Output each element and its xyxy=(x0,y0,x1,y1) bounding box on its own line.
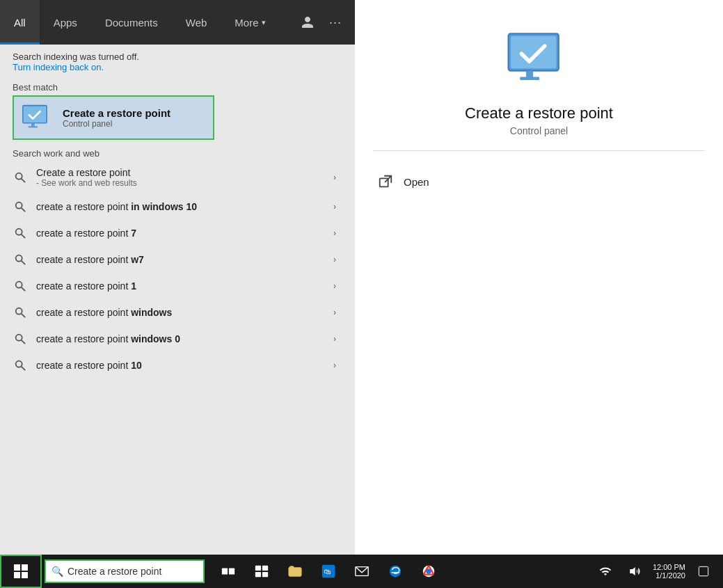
chevron-right-icon: › xyxy=(327,358,342,373)
tab-more[interactable]: More ▾ xyxy=(221,0,279,45)
svg-point-5 xyxy=(16,173,22,180)
svg-line-12 xyxy=(22,261,25,264)
svg-line-10 xyxy=(22,235,25,238)
tab-apps[interactable]: Apps xyxy=(40,0,91,45)
taskbar-search-input[interactable]: Create a restore point xyxy=(67,566,198,577)
more-options-button[interactable]: ··· xyxy=(323,10,348,35)
svg-line-8 xyxy=(22,208,25,212)
svg-marker-44 xyxy=(630,567,635,575)
search-icon xyxy=(13,170,28,185)
tab-all[interactable]: All xyxy=(0,0,40,45)
watermark: wsxdn.com xyxy=(678,543,716,552)
search-result-item[interactable]: create a restore point windows 0 › xyxy=(13,326,342,352)
tabs-right-buttons: ··· xyxy=(295,10,355,35)
chevron-right-icon: › xyxy=(327,252,342,267)
search-result-item[interactable]: create a restore point w7 › xyxy=(13,246,342,273)
best-match-section: Best match Create a restore point Contro… xyxy=(0,78,355,143)
chevron-down-icon: ▾ xyxy=(262,18,266,27)
search-result-item[interactable]: create a restore point 7 › xyxy=(13,220,342,246)
best-match-title: Create a restore point xyxy=(63,107,170,119)
svg-rect-45 xyxy=(699,566,708,575)
detail-title: Create a restore point xyxy=(355,104,723,122)
right-detail-panel: Create a restore point Control panel Ope… xyxy=(355,0,723,555)
open-label: Open xyxy=(404,176,429,188)
search-result-item[interactable]: create a restore point in windows 10 › xyxy=(13,193,342,220)
search-result-list: Create a restore point - See work and we… xyxy=(13,161,342,379)
search-result-item[interactable]: create a restore point 1 › xyxy=(13,273,342,299)
tab-documents[interactable]: Documents xyxy=(91,0,172,45)
taskbar-search-bar[interactable]: 🔍 Create a restore point xyxy=(45,559,205,583)
svg-rect-27 xyxy=(14,564,20,571)
detail-icon-area xyxy=(355,0,723,104)
turn-indexing-on-link[interactable]: Turn indexing back on. xyxy=(13,62,104,72)
svg-point-9 xyxy=(16,229,22,235)
tab-web[interactable]: Web xyxy=(172,0,221,45)
svg-rect-22 xyxy=(510,36,556,69)
divider xyxy=(373,150,704,151)
chevron-right-icon: › xyxy=(327,199,342,214)
svg-rect-35 xyxy=(255,572,261,577)
chevron-right-icon: › xyxy=(327,225,342,241)
svg-point-19 xyxy=(16,361,22,367)
search-icon xyxy=(13,305,28,320)
network-icon[interactable] xyxy=(591,555,619,588)
chrome-browser-button[interactable] xyxy=(413,555,444,588)
svg-rect-33 xyxy=(255,566,261,571)
chevron-right-icon: › xyxy=(327,278,342,294)
search-result-item[interactable]: create a restore point 10 › xyxy=(13,352,342,379)
svg-rect-34 xyxy=(262,566,268,571)
search-web-section: Search work and web Create a restore poi… xyxy=(0,143,355,381)
system-clock[interactable]: 12:00 PM 1/1/2020 xyxy=(650,563,688,580)
svg-rect-29 xyxy=(14,572,20,578)
indexing-notice: Search indexing was turned off. Turn ind… xyxy=(0,45,355,78)
edge-browser-button[interactable] xyxy=(380,555,411,588)
open-action[interactable]: Open xyxy=(355,165,723,198)
chevron-right-icon: › xyxy=(327,170,342,185)
svg-text:🛍: 🛍 xyxy=(324,568,331,575)
file-explorer-button[interactable] xyxy=(280,555,310,588)
search-result-item[interactable]: create a restore point windows › xyxy=(13,299,342,326)
search-left-panel: All Apps Documents Web More ▾ ··· xyxy=(0,0,355,555)
svg-rect-2 xyxy=(24,106,45,122)
best-match-label: Best match xyxy=(13,82,342,93)
mail-button[interactable] xyxy=(347,555,377,588)
svg-line-18 xyxy=(22,340,25,344)
search-icon xyxy=(13,278,28,294)
svg-point-17 xyxy=(16,335,22,341)
svg-point-15 xyxy=(16,308,22,315)
svg-point-7 xyxy=(16,202,22,209)
taskbar-search-icon: 🔍 xyxy=(51,566,63,577)
svg-line-6 xyxy=(22,179,25,182)
svg-rect-32 xyxy=(229,568,235,574)
search-web-label: Search work and web xyxy=(13,148,342,159)
svg-line-20 xyxy=(22,367,25,370)
svg-line-16 xyxy=(22,314,25,317)
task-view-button[interactable] xyxy=(213,555,244,588)
user-icon-button[interactable] xyxy=(295,10,320,35)
detail-subtitle: Control panel xyxy=(355,125,723,136)
svg-point-43 xyxy=(427,569,431,573)
svg-rect-4 xyxy=(29,126,38,127)
search-icon xyxy=(13,252,28,267)
svg-rect-30 xyxy=(22,572,28,578)
best-match-subtitle: Control panel xyxy=(63,119,170,129)
search-result-item[interactable]: Create a restore point - See work and we… xyxy=(13,161,342,193)
best-match-item[interactable]: Create a restore point Control panel xyxy=(13,95,214,140)
start-button[interactable] xyxy=(0,555,42,588)
svg-point-13 xyxy=(16,282,22,288)
svg-line-14 xyxy=(22,287,25,291)
search-icon xyxy=(13,331,28,347)
taskbar: 🔍 Create a restore point xyxy=(0,555,723,588)
volume-icon[interactable] xyxy=(621,555,649,588)
search-tabs: All Apps Documents Web More ▾ ··· xyxy=(0,0,355,45)
taskbar-pinned-icons: 🛍 xyxy=(213,555,444,588)
multitasking-view-button[interactable] xyxy=(246,555,277,588)
notification-icon[interactable] xyxy=(690,555,717,588)
open-icon xyxy=(376,172,395,191)
chevron-right-icon: › xyxy=(327,305,342,320)
search-icon xyxy=(13,199,28,214)
svg-point-11 xyxy=(16,255,22,262)
svg-rect-31 xyxy=(222,568,228,574)
svg-rect-24 xyxy=(520,77,539,80)
store-button[interactable]: 🛍 xyxy=(313,555,344,588)
